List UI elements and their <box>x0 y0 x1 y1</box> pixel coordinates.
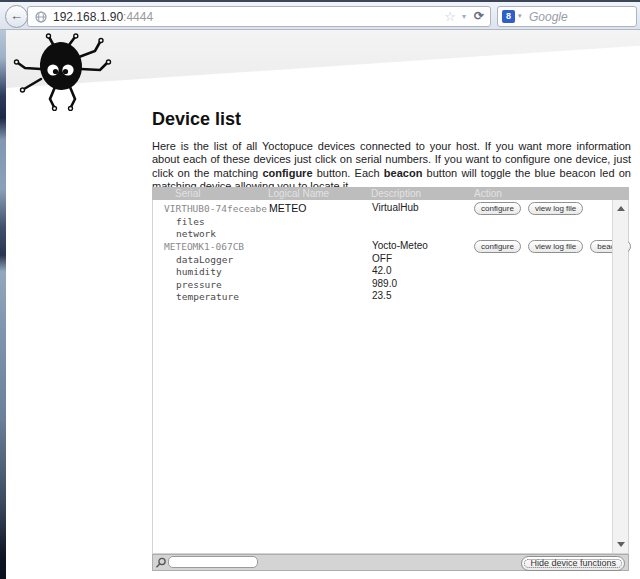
function-row: files <box>153 215 612 227</box>
device-row: VIRTHUB0-74feceabeMETEOVirtualHubconfigu… <box>153 202 612 215</box>
device-serial-link[interactable]: METEOMK1-067CB <box>164 241 244 252</box>
hide-device-functions-button[interactable]: Hide device functions <box>521 556 625 571</box>
function-row: humidity42.0 <box>153 265 612 277</box>
device-table-header: Serial Logical Name Description Action <box>152 187 629 200</box>
device-row: METEOMK1-067CBYocto-Meteoconfigureview l… <box>153 240 612 253</box>
function-row: pressure989.0 <box>153 278 612 290</box>
device-actions: configureview log filebeacon <box>474 240 631 253</box>
url-text: 192.168.1.90:4444 <box>53 10 153 24</box>
scroll-up-arrow-icon[interactable] <box>617 206 625 211</box>
device-description: VirtualHub <box>372 202 419 213</box>
bookmark-dropdown-icon[interactable]: ▾ <box>462 7 466 26</box>
search-input[interactable]: 8 ▾ Google <box>497 6 637 27</box>
device-description: Yocto-Meteo <box>372 240 428 251</box>
address-bar[interactable]: 192.168.1.90:4444 ☆ ▾ ⟳ <box>27 6 491 27</box>
function-name: temperature <box>176 291 239 302</box>
table-scrollbar[interactable] <box>612 200 628 553</box>
function-row: dataLoggerOFF <box>153 253 612 265</box>
column-header-serial: Serial <box>175 187 201 200</box>
yoctopuce-spider-logo <box>12 33 112 111</box>
function-value: 23.5 <box>372 290 391 301</box>
function-name: humidity <box>176 266 222 277</box>
function-name: dataLogger <box>176 254 233 265</box>
device-actions: configureview log file <box>474 202 583 215</box>
column-header-logical-name: Logical Name <box>268 187 329 200</box>
search-engine-icon[interactable]: 8 <box>502 10 515 23</box>
scroll-down-arrow-icon[interactable] <box>617 542 625 547</box>
function-name: network <box>176 228 216 239</box>
configure-button[interactable]: configure <box>474 240 521 253</box>
device-serial-link[interactable]: VIRTHUB0-74feceabe <box>164 203 267 214</box>
url-host: 192.168.1.90 <box>53 10 123 24</box>
page-title: Device list <box>152 109 241 130</box>
globe-icon <box>35 11 47 23</box>
desktop-background-sliver <box>0 30 6 579</box>
device-logical-name: METEO <box>269 202 306 214</box>
intro-bold-term: configure <box>262 167 312 179</box>
view-log-file-button[interactable]: view log file <box>528 240 583 253</box>
function-row: temperature23.5 <box>153 290 612 302</box>
configure-button[interactable]: configure <box>474 202 521 215</box>
function-row: network <box>153 227 612 239</box>
column-header-description: Description <box>371 187 421 200</box>
function-value: 989.0 <box>372 278 397 289</box>
view-log-file-button[interactable]: view log file <box>528 202 583 215</box>
browser-window: ← 192.168.1.90:4444 ☆ ▾ ⟳ 8 ▾ Google <box>0 0 640 579</box>
device-table-body-rows: VIRTHUB0-74feceabeMETEOVirtualHubconfigu… <box>153 202 612 302</box>
column-header-action: Action <box>474 187 502 200</box>
reload-icon[interactable]: ⟳ <box>474 7 484 26</box>
browser-toolbar: ← 192.168.1.90:4444 ☆ ▾ ⟳ 8 ▾ Google <box>0 0 640 30</box>
function-value: 42.0 <box>372 265 391 276</box>
function-value: OFF <box>372 253 392 264</box>
intro-bold-term: beacon <box>384 167 423 179</box>
back-button[interactable]: ← <box>5 5 28 28</box>
search-placeholder: Google <box>529 10 568 24</box>
device-table-footer: Hide device functions <box>152 554 629 571</box>
intro-text: button. Each <box>313 167 384 179</box>
device-table-body: VIRTHUB0-74feceabeMETEOVirtualHubconfigu… <box>152 200 629 554</box>
device-table: Serial Logical Name Description Action V… <box>152 187 629 571</box>
bookmark-star-icon[interactable]: ☆ <box>444 7 456 26</box>
function-name: pressure <box>176 279 222 290</box>
function-filter-input[interactable] <box>168 556 258 568</box>
search-icon <box>155 557 167 569</box>
search-engine-dropdown-icon[interactable]: ▾ <box>518 12 522 20</box>
function-name: files <box>176 216 205 227</box>
intro-paragraph: Here is the list of all Yoctopuce device… <box>152 140 631 194</box>
url-port: :4444 <box>123 10 153 24</box>
